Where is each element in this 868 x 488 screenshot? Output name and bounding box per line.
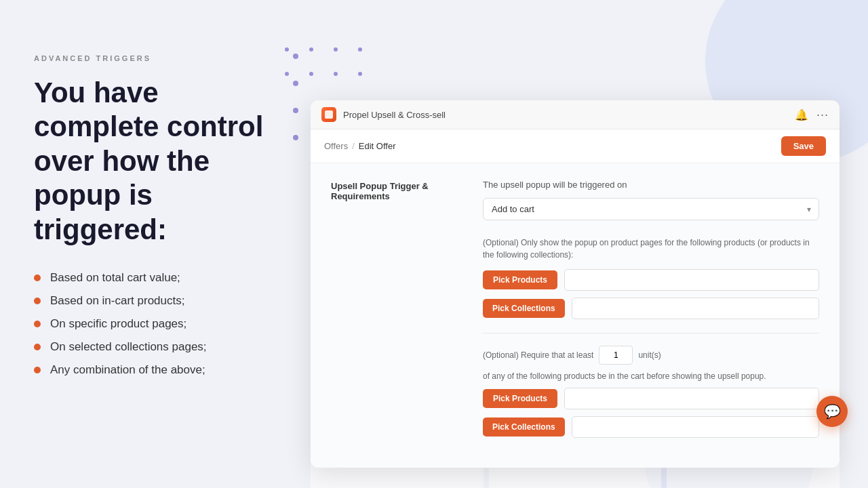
optional-section-2-inline: (Optional) Require that at least unit(s) bbox=[483, 346, 819, 365]
unit-label: unit(s) bbox=[638, 350, 660, 360]
bullet-dot bbox=[34, 298, 41, 304]
main-heading: You have complete control over how the p… bbox=[34, 76, 271, 247]
app-title: Propel Upsell & Cross-sell bbox=[343, 110, 446, 120]
pick-products-button-2[interactable]: Pick Products bbox=[483, 389, 557, 408]
optional-section-1: (Optional) Only show the popup on produc… bbox=[483, 237, 819, 319]
pick-collections-input-2[interactable] bbox=[572, 416, 819, 438]
app-titlebar: Propel Upsell & Cross-sell 🔔 ··· bbox=[311, 100, 840, 129]
left-panel: ADVANCED TRIGGERS You have complete cont… bbox=[0, 0, 305, 488]
breadcrumb: Offers / Edit Offer bbox=[324, 141, 395, 151]
breadcrumb-parent[interactable]: Offers bbox=[324, 141, 348, 151]
pick-products-input-1[interactable] bbox=[564, 269, 819, 291]
optional-section-2: (Optional) Require that at least unit(s)… bbox=[483, 346, 819, 438]
bullet-list: Based on total cart value;Based on in-ca… bbox=[34, 271, 271, 377]
bullet-item: On selected collections pages; bbox=[34, 340, 271, 354]
trigger-description: The upsell popup will be triggered on bbox=[483, 180, 819, 190]
pick-collections-row-1: Pick Collections bbox=[483, 298, 819, 319]
save-button[interactable]: Save bbox=[781, 136, 826, 156]
form-label-col: Upsell Popup Trigger & Requirements bbox=[331, 180, 467, 451]
unit-input[interactable] bbox=[599, 346, 633, 365]
chat-icon: 💬 bbox=[824, 403, 841, 420]
more-options-icon[interactable]: ··· bbox=[816, 108, 829, 122]
bullet-text: On specific product pages; bbox=[50, 317, 186, 331]
bullet-text: Any combination of the above; bbox=[50, 363, 205, 377]
bullet-text: Based on total cart value; bbox=[50, 271, 180, 285]
bullet-dot bbox=[34, 274, 41, 281]
pick-collections-button-2[interactable]: Pick Collections bbox=[483, 418, 565, 436]
breadcrumb-bar: Offers / Edit Offer Save bbox=[311, 129, 840, 163]
app-window: Propel Upsell & Cross-sell 🔔 ··· Offers … bbox=[311, 100, 840, 468]
form-section-label: Upsell Popup Trigger & Requirements bbox=[331, 181, 467, 201]
breadcrumb-current: Edit Offer bbox=[359, 141, 396, 151]
titlebar-right: 🔔 ··· bbox=[795, 108, 829, 122]
pick-products-input-2[interactable] bbox=[564, 388, 819, 409]
bell-icon[interactable]: 🔔 bbox=[795, 108, 808, 121]
breadcrumb-separator: / bbox=[352, 141, 355, 151]
trigger-dropdown[interactable]: Add to cart Page load Exit intent Time o… bbox=[483, 198, 819, 220]
app-icon-inner bbox=[325, 110, 333, 119]
trigger-dropdown-wrapper: Add to cart Page load Exit intent Time o… bbox=[483, 198, 819, 220]
titlebar-left: Propel Upsell & Cross-sell bbox=[321, 107, 446, 122]
optional-section-1-desc: (Optional) Only show the popup on produc… bbox=[483, 237, 819, 261]
bullet-dot bbox=[34, 344, 41, 350]
optional-inline-text-before: (Optional) Require that at least bbox=[483, 350, 593, 360]
pick-collections-input-1[interactable] bbox=[572, 298, 819, 319]
bullet-text: Based on in-cart products; bbox=[50, 294, 184, 308]
form-section: Upsell Popup Trigger & Requirements The … bbox=[331, 180, 819, 451]
form-fields-col: The upsell popup will be triggered on Ad… bbox=[483, 180, 819, 451]
bullet-dot bbox=[34, 367, 41, 373]
optional-section-2-desc: of any of the following products be in t… bbox=[483, 371, 819, 381]
bullet-text: On selected collections pages; bbox=[50, 340, 207, 354]
bullet-dot bbox=[34, 321, 41, 327]
app-content: Upsell Popup Trigger & Requirements The … bbox=[311, 163, 840, 468]
pick-products-row-1: Pick Products bbox=[483, 269, 819, 291]
bullet-item: On specific product pages; bbox=[34, 317, 271, 331]
bullet-item: Based on in-cart products; bbox=[34, 294, 271, 308]
pick-products-row-2: Pick Products bbox=[483, 388, 819, 409]
app-icon bbox=[321, 107, 336, 122]
section-label: ADVANCED TRIGGERS bbox=[34, 54, 271, 62]
section-divider bbox=[483, 333, 819, 333]
pick-products-button-1[interactable]: Pick Products bbox=[483, 270, 557, 289]
bullet-item: Any combination of the above; bbox=[34, 363, 271, 377]
pick-collections-button-1[interactable]: Pick Collections bbox=[483, 299, 565, 318]
bullet-item: Based on total cart value; bbox=[34, 271, 271, 285]
chat-button[interactable]: 💬 bbox=[816, 396, 848, 427]
pick-collections-row-2: Pick Collections bbox=[483, 416, 819, 438]
